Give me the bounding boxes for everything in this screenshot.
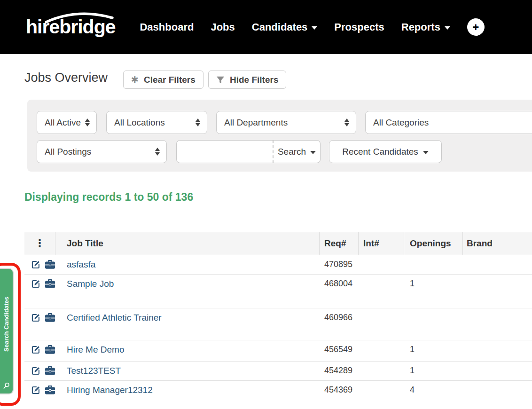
briefcase-icon[interactable] (45, 345, 55, 354)
edit-job-icon[interactable] (31, 385, 41, 395)
edit-job-icon[interactable] (31, 366, 41, 376)
chevron-down-icon (312, 26, 317, 30)
req-number: 454289 (320, 362, 359, 376)
req-number: 470895 (320, 255, 359, 269)
req-number: 454369 (320, 381, 359, 395)
openings-count: 1 (404, 362, 463, 376)
edit-job-icon[interactable] (31, 260, 41, 269)
locations-filter-value: All Locations (114, 118, 192, 128)
locations-filter-select[interactable]: All Locations (106, 111, 207, 134)
briefcase-icon[interactable] (45, 313, 55, 322)
select-spinner-icon (155, 148, 160, 156)
status-filter-value: All Active (45, 118, 81, 128)
recent-candidates-button[interactable]: Recent Candidates (329, 140, 442, 163)
nav-item[interactable]: Prospects (334, 21, 384, 33)
nav-item[interactable]: Dashboard (140, 21, 194, 33)
job-title-link[interactable]: Sample Job (67, 279, 114, 289)
row-actions (24, 308, 55, 322)
job-title-link[interactable]: Certified Athletic Trainer (67, 313, 162, 322)
search-dropdown-button[interactable]: Search (273, 140, 321, 163)
departments-filter-value: All Departments (224, 118, 341, 128)
req-number: 460966 (320, 308, 359, 322)
edit-job-icon[interactable] (31, 279, 41, 289)
table-row: Hire Me Demo 456549 1 (24, 340, 532, 362)
postings-filter-select[interactable]: All Postings (37, 140, 167, 163)
hirebridge-logo[interactable]: hirebridge (26, 17, 115, 37)
postings-filter-value: All Postings (45, 147, 151, 157)
record-count-text: Displaying records 1 to 50 of 136 (24, 191, 193, 204)
hide-filters-button[interactable]: Hide Filters (208, 71, 286, 89)
job-title-link[interactable]: Test123TEST (67, 366, 121, 376)
search-candidates-tab-label: Search Candidates (0, 271, 13, 378)
nav-item[interactable]: Candidates (252, 21, 318, 33)
nav-item[interactable]: Jobs (211, 21, 235, 33)
row-actions (24, 381, 55, 395)
add-button[interactable]: + (467, 18, 485, 36)
chevron-down-icon (310, 151, 316, 154)
nav-item[interactable]: Reports (401, 21, 450, 33)
row-actions (24, 275, 55, 289)
brand-value (463, 362, 532, 366)
edit-job-icon[interactable] (31, 313, 41, 322)
nav-item-label: Dashboard (140, 21, 194, 33)
nav-item-label: Prospects (334, 21, 384, 33)
table-row: Sample Job 468004 1 (24, 275, 532, 308)
int-number (359, 308, 404, 313)
search-group: Search (176, 140, 321, 163)
search-icon (3, 382, 10, 389)
row-actions (24, 362, 55, 376)
openings-count: 4 (404, 381, 463, 395)
hide-filters-label: Hide Filters (230, 75, 278, 85)
int-number (359, 381, 404, 385)
brand-value (463, 255, 532, 260)
categories-filter-value: All Categories (373, 118, 532, 128)
column-menu-header[interactable]: ⋮ (24, 232, 55, 255)
chevron-down-icon (445, 26, 450, 30)
asterisk-icon: ✱ (131, 74, 139, 85)
job-title-cell: Test123TEST (55, 362, 320, 376)
openings-count (404, 308, 463, 313)
briefcase-icon[interactable] (45, 385, 55, 395)
status-filter-select[interactable]: All Active (37, 111, 97, 134)
categories-filter-select[interactable]: All Categories (365, 111, 532, 134)
briefcase-icon[interactable] (45, 279, 55, 289)
brand-value (463, 308, 532, 313)
req-number: 456549 (320, 340, 359, 354)
page-title: Jobs Overview (24, 71, 108, 85)
kebab-menu-icon[interactable]: ⋮ (35, 238, 45, 249)
recent-candidates-label: Recent Candidates (342, 147, 418, 157)
openings-count (404, 255, 463, 260)
filter-panel: All Active All Locations All Departments… (27, 100, 532, 172)
select-spinner-icon (196, 118, 200, 126)
int-number (359, 340, 404, 345)
table-header-row: ⋮ Job Title Req# Int# Openings Brand (24, 232, 532, 255)
brand-value (463, 275, 532, 279)
edit-job-icon[interactable] (31, 345, 41, 354)
top-nav: hirebridge Dashboard Jobs Candidates (0, 0, 532, 54)
search-button-label: Search (278, 147, 306, 157)
row-actions (24, 255, 55, 269)
search-candidates-tab[interactable]: Search Candidates (0, 268, 14, 394)
job-title-link[interactable]: asfasfa (67, 260, 95, 269)
briefcase-icon[interactable] (45, 366, 55, 376)
job-title-link[interactable]: Hiring Manager12312 (67, 385, 153, 395)
job-title-link[interactable]: Hire Me Demo (67, 345, 124, 354)
job-title-cell: Sample Job (55, 275, 320, 289)
nav-item-label: Reports (401, 21, 440, 33)
brand-value (463, 340, 532, 345)
select-spinner-icon (85, 118, 90, 126)
departments-filter-select[interactable]: All Departments (216, 111, 356, 134)
brand-value (463, 381, 532, 385)
nav-items: Dashboard Jobs Candidates Prospects (140, 21, 450, 33)
int-number (359, 255, 404, 260)
job-title-cell: Certified Athletic Trainer (55, 308, 320, 323)
table-body: asfasfa 470895 (24, 255, 532, 409)
briefcase-icon[interactable] (45, 260, 55, 269)
openings-count: 1 (404, 275, 463, 289)
job-title-cell: Hiring Manager12312 (55, 381, 320, 395)
search-input[interactable] (176, 140, 273, 163)
req-number-header: Req# (320, 232, 359, 255)
int-number (359, 275, 404, 279)
job-title-cell: Hire Me Demo (55, 340, 320, 355)
clear-filters-button[interactable]: ✱ Clear Filters (123, 71, 203, 89)
